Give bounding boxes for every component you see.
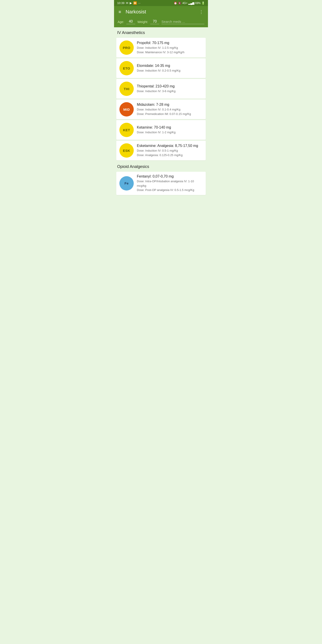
signal-icon: ▂▄▆ — [188, 2, 194, 5]
med-card-thiopental[interactable]: THIThiopental: 210-420 mgDose: Induction… — [116, 79, 206, 98]
med-dose-midazolam-1: Dose: Premedication IM: 0.07-0.15 mg/Kg — [137, 112, 202, 116]
section-opioid-analgesics: Opioid AnalgesicsFeFentanyl: 0,07-0,70 m… — [114, 161, 208, 195]
network-4g-icon: 4G+ — [182, 2, 188, 5]
status-left: 10:39 ✉ ▶ ⏩ ··· — [117, 1, 140, 5]
age-label: Age: — [118, 20, 124, 24]
med-dose-fentanyl-0: Dose: Intra-OP/Intubation analgesia IV: … — [137, 179, 202, 188]
alarm-icon: ⏰ — [174, 2, 177, 5]
med-dose-etomidate-0: Dose: Induction IV: 0.2-0.5 mg/Kg — [137, 68, 202, 73]
hamburger-menu-button[interactable]: ≡ — [118, 8, 122, 16]
med-name-etomidate: Etomidate: 14-35 mg — [137, 64, 202, 68]
med-info-midazolam: Midazolam: 7-28 mgDose: Induction IV: 0.… — [137, 103, 202, 116]
weight-label: Weight: — [138, 20, 148, 24]
section-header-opioid-analgesics: Opioid Analgesics — [114, 161, 208, 171]
med-avatar-fentanyl: Fe — [120, 176, 134, 190]
med-name-esketamine: Esketamine: Analgesia: 8,75-17,50 mg — [137, 144, 202, 148]
med-avatar-etomidate: ETO — [120, 61, 134, 75]
dots-icon: ··· — [138, 1, 141, 5]
status-right: ⏰ 🔇 4G+ ▂▄▆ 69% 🔋 — [174, 2, 205, 5]
med-name-ketamine: Ketamine: 70-140 mg — [137, 126, 202, 130]
med-dose-esketamine-0: Dose: Induction IV: 0.5-1 mg/Kg — [137, 148, 202, 153]
med-info-propofol: Propofol: 70-175 mgDose: Induction IV: 1… — [137, 41, 202, 54]
more-options-button[interactable]: ⋮ — [198, 8, 204, 16]
med-info-thiopental: Thiopental: 210-420 mgDose: Induction IV… — [137, 84, 202, 94]
app-bar: ≡ Narkosist ⋮ — [114, 6, 208, 18]
med-name-midazolam: Midazolam: 7-28 mg — [137, 103, 202, 107]
med-avatar-esketamine: ESK — [120, 143, 134, 158]
forward-icon: ⏩ — [133, 1, 137, 5]
weight-value[interactable]: 70 — [150, 20, 159, 24]
status-bar: 10:39 ✉ ▶ ⏩ ··· ⏰ 🔇 4G+ ▂▄▆ 69% 🔋 — [114, 0, 208, 6]
section-iv-anaesthetics: IV AnaestheticsPROPropofol: 70-175 mgDos… — [114, 27, 208, 160]
med-info-ketamine: Ketamine: 70-140 mgDose: Induction IV: 1… — [137, 126, 202, 134]
search-input-wrapper[interactable] — [162, 20, 204, 24]
time-display: 10:39 — [117, 1, 124, 5]
med-card-fentanyl[interactable]: FeFentanyl: 0,07-0,70 mgDose: Intra-OP/I… — [116, 172, 206, 195]
med-dose-thiopental-0: Dose: Induction IV: 3-6 mg/Kg — [137, 89, 202, 94]
med-dose-midazolam-0: Dose: Induction IV: 0.1-0.4 mg/Kg — [137, 107, 202, 112]
section-header-iv-anaesthetics: IV Anaesthetics — [114, 27, 208, 37]
age-value[interactable]: 40 — [126, 20, 135, 24]
gmail-icon: ✉ — [126, 1, 128, 5]
med-dose-fentanyl-1: Dose: Post-OP analgesia IV: 0.5-1.5 mcg/… — [137, 188, 202, 192]
med-info-etomidate: Etomidate: 14-35 mgDose: Induction IV: 0… — [137, 64, 202, 73]
med-card-ketamine[interactable]: KETKetamine: 70-140 mgDose: Induction IV… — [116, 120, 206, 140]
med-name-thiopental: Thiopental: 210-420 mg — [137, 84, 202, 88]
play-icon: ▶ — [130, 1, 132, 5]
med-info-esketamine: Esketamine: Analgesia: 8,75-17,50 mgDose… — [137, 144, 202, 157]
med-card-esketamine[interactable]: ESKEsketamine: Analgesia: 8,75-17,50 mgD… — [116, 141, 206, 160]
med-avatar-thiopental: THI — [120, 82, 134, 96]
med-dose-propofol-1: Dose: Maintenance IV: 3-12 mg/Kg/h — [137, 50, 202, 54]
content-area: IV AnaestheticsPROPropofol: 70-175 mgDos… — [114, 27, 208, 200]
med-dose-esketamine-1: Dose: Analgesia: 0.125-0.25 mg/Kg — [137, 153, 202, 158]
filter-bar: Age: 40 Weight: 70 — [114, 18, 208, 27]
battery-icon: 🔋 — [202, 2, 205, 5]
med-dose-ketamine-0: Dose: Induction IV: 1-2 mg/Kg — [137, 130, 202, 134]
battery-percent: 69% — [195, 2, 200, 5]
mute-icon: 🔇 — [178, 2, 181, 5]
med-card-midazolam[interactable]: MIDMidazolam: 7-28 mgDose: Induction IV:… — [116, 100, 206, 119]
med-name-fentanyl: Fentanyl: 0,07-0,70 mg — [137, 174, 202, 178]
med-avatar-ketamine: KET — [120, 123, 134, 137]
med-name-propofol: Propofol: 70-175 mg — [137, 41, 202, 45]
med-card-propofol[interactable]: PROPropofol: 70-175 mgDose: Induction IV… — [116, 38, 206, 58]
med-info-fentanyl: Fentanyl: 0,07-0,70 mgDose: Intra-OP/Int… — [137, 174, 202, 192]
med-avatar-propofol: PRO — [120, 40, 134, 55]
app-title: Narkosist — [126, 9, 194, 15]
search-input[interactable] — [162, 20, 204, 24]
med-card-etomidate[interactable]: ETOEtomidate: 14-35 mgDose: Induction IV… — [116, 58, 206, 78]
med-avatar-midazolam: MID — [120, 102, 134, 116]
med-dose-propofol-0: Dose: Induction IV: 1-2.5 mg/Kg — [137, 46, 202, 50]
